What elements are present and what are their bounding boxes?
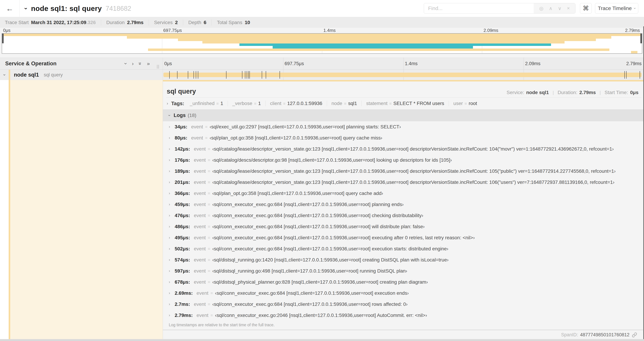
log-row[interactable]: ›366μs:event=‹sql/plan_opt.go:358 [nsql1… (169, 188, 642, 199)
back-button[interactable]: ← (0, 0, 20, 17)
log-tick (188, 71, 188, 79)
minimap-left-scrub-handle[interactable] (2, 34, 4, 43)
tag-value: 1 (258, 101, 261, 106)
trace-stats-bar: Trace StartMarch 31 2022, 17:25:09.326Du… (0, 17, 644, 28)
chevron-right-icon[interactable]: › (169, 247, 175, 251)
minimap-right-scrub-handle[interactable] (640, 34, 642, 43)
tag-key: _verbose (232, 101, 252, 106)
meta-value: 2.79ms (580, 90, 596, 95)
tag-item[interactable]: _verbose=1 (228, 101, 266, 106)
log-row[interactable]: ›502μs:event=‹sql/conn_executor_exec.go:… (169, 243, 642, 254)
tag-value: 127.0.0.1:59936 (287, 101, 322, 106)
keyboard-shortcuts-button[interactable]: ⌘ (580, 3, 592, 14)
log-row[interactable]: ›476μs:event=‹sql/conn_executor_exec.go:… (169, 210, 642, 221)
minimap-canvas[interactable] (2, 33, 642, 54)
equals-sign: = (208, 202, 210, 207)
log-tick (247, 71, 247, 79)
horizontal-scrollbar-track[interactable] (0, 339, 644, 341)
tag-value: SELECT * FROM users (393, 101, 444, 106)
vertical-scrollbar-thumb[interactable] (643, 26, 644, 339)
log-row[interactable]: ›2.7ms:event=‹sql/conn_executor_exec.go:… (169, 299, 642, 310)
chevron-right-icon: › (169, 213, 170, 218)
log-row[interactable]: ›189μs:event=‹sql/catalog/lease/descript… (169, 166, 642, 177)
tag-item[interactable]: user=root (449, 101, 482, 106)
trace-stat: Trace StartMarch 31 2022, 17:25:09.326 (5, 20, 101, 26)
chevron-right-icon[interactable]: › (169, 125, 175, 129)
chevron-right-icon[interactable]: › (169, 202, 175, 207)
tag-item[interactable]: statement=SELECT * FROM users (362, 101, 449, 106)
find-input[interactable] (424, 3, 534, 13)
log-row[interactable]: ›678μs:event=‹sql/distsql_physical_plann… (169, 276, 642, 288)
equals-sign: = (208, 147, 210, 151)
find-clear-icon[interactable]: × (567, 6, 570, 11)
logs-accordion-header[interactable]: › Logs (18) (163, 109, 644, 121)
tags-accordion[interactable]: › Tags: _unfinished=1_verbose=1client=12… (167, 98, 482, 109)
equals-sign: = (208, 158, 210, 163)
chevron-right-icon[interactable]: › (169, 169, 175, 173)
chevron-right-icon[interactable]: › (169, 258, 175, 262)
column-resizer-handle[interactable]: || (157, 64, 160, 69)
chevron-right-icon[interactable]: › (169, 313, 175, 318)
span-row[interactable]: › node sql1 sql query (0, 70, 644, 80)
chevron-right-icon[interactable]: › (169, 269, 175, 273)
log-field-key: event (194, 246, 206, 252)
chevron-right-icon[interactable]: › (169, 158, 175, 162)
minimap-time-labels: 0μs697.75μs1.4ms2.09ms2.79ms (2, 28, 642, 33)
find-prev-icon[interactable]: ∧ (549, 6, 552, 11)
log-row[interactable]: ›486μs:event=‹sql/conn_executor_exec.go:… (169, 221, 642, 232)
equals-sign: = (208, 246, 210, 251)
view-select-label: Trace Timeline (598, 5, 632, 11)
log-tick (266, 71, 266, 79)
chevron-right-icon[interactable]: › (169, 224, 175, 229)
chevron-right-icon[interactable]: › (169, 147, 175, 151)
find-next-icon[interactable]: ∨ (558, 6, 562, 11)
log-row[interactable]: ›2.69ms:event=‹sql/conn_executor_exec.go… (169, 288, 642, 299)
collapse-one-icon[interactable]: › (123, 63, 129, 65)
chevron-right-icon[interactable]: › (169, 302, 175, 306)
chevron-right-icon[interactable]: › (169, 213, 175, 218)
chevron-right-icon[interactable]: › (169, 136, 175, 140)
log-field-key: event (194, 146, 206, 152)
log-row[interactable]: ›574μs:event=‹sql/distsql_running.go:142… (169, 254, 642, 265)
log-row[interactable]: ›80μs:event=‹sql/plan_opt.go:358 [nsql1,… (169, 132, 642, 143)
log-tick (169, 71, 170, 79)
minimap-span-bar (148, 49, 610, 51)
span-operation-name: sql query (44, 72, 63, 78)
chevron-right-icon[interactable]: › (169, 291, 175, 295)
logs-note: Log timestamps are relative to the start… (169, 323, 274, 327)
time-tick-label: 1.4ms (405, 61, 418, 66)
log-row[interactable]: ›201μs:event=‹sql/catalog/lease/descript… (169, 177, 642, 188)
stat-label: Duration (106, 20, 125, 26)
log-row[interactable]: ›34μs:event=‹sql/exec_util.go:2297 [nsql… (169, 121, 642, 132)
log-row[interactable]: ›142μs:event=‹sql/catalog/lease/descript… (169, 143, 642, 155)
log-row[interactable]: ›2.79ms:event=‹sql/conn_executor_exec.go… (169, 310, 642, 321)
tag-item[interactable]: _unfinished=1 (185, 101, 228, 106)
chevron-right-icon[interactable]: › (169, 280, 175, 284)
link-icon[interactable] (632, 332, 637, 337)
equals-sign: = (210, 313, 213, 318)
chevron-right-icon[interactable]: › (169, 191, 175, 196)
log-timestamp: 502μs: (175, 246, 190, 252)
equals-sign: = (208, 257, 210, 262)
log-row[interactable]: ›597μs:event=‹sql/distsql_running.go:498… (169, 265, 642, 276)
view-select-button[interactable]: Trace Timeline › (595, 3, 638, 14)
log-row[interactable]: ›176μs:event=‹sql/catalog/descs/descript… (169, 155, 642, 166)
span-collapse-icon[interactable]: › (4, 72, 5, 78)
collapse-all-icon[interactable]: » (137, 62, 143, 65)
minimap-span-bar (631, 51, 638, 53)
log-row[interactable]: ›495μs:event=‹sql/conn_executor_exec.go:… (169, 232, 642, 243)
collapse-trace-icon[interactable]: › (23, 8, 30, 9)
chevron-right-icon[interactable]: › (169, 235, 175, 240)
chevron-right-icon[interactable]: › (169, 180, 175, 185)
tree-controls: › › » » (125, 61, 150, 67)
tag-item[interactable]: node=sql1 (327, 101, 362, 106)
tag-item[interactable]: client=127.0.0.1:59936 (266, 101, 327, 106)
locate-icon[interactable]: ◎ (539, 6, 544, 11)
log-timestamp: 459μs: (175, 202, 190, 207)
log-tick (242, 71, 242, 79)
log-row[interactable]: ›459μs:event=‹sql/conn_executor_exec.go:… (169, 199, 642, 210)
expand-all-icon[interactable]: » (147, 61, 150, 67)
log-field-key: event (191, 135, 203, 141)
find-box: ◎ ∧ ∨ × (424, 3, 576, 14)
expand-one-icon[interactable]: › (132, 61, 134, 67)
